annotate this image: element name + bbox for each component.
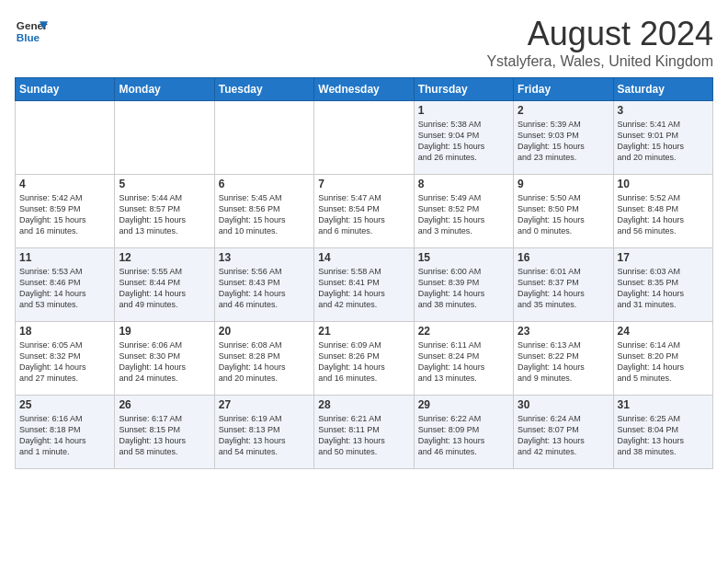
cell-content: Sunrise: 6:05 AM Sunset: 8:32 PM Dayligh… — [19, 339, 110, 385]
cell-content: Sunrise: 5:38 AM Sunset: 9:04 PM Dayligh… — [418, 119, 509, 164]
calendar-cell: 12Sunrise: 5:55 AM Sunset: 8:44 PM Dayli… — [115, 248, 214, 322]
day-number: 3 — [618, 104, 709, 117]
calendar-cell: 23Sunrise: 6:13 AM Sunset: 8:22 PM Dayli… — [514, 322, 613, 396]
day-number: 24 — [618, 325, 709, 338]
calendar-cell: 3Sunrise: 5:41 AM Sunset: 9:01 PM Daylig… — [613, 101, 712, 175]
calendar-cell: 29Sunrise: 6:22 AM Sunset: 8:09 PM Dayli… — [414, 396, 513, 469]
cell-content: Sunrise: 6:24 AM Sunset: 8:07 PM Dayligh… — [518, 413, 609, 458]
calendar-cell: 27Sunrise: 6:19 AM Sunset: 8:13 PM Dayli… — [214, 396, 313, 469]
cell-content: Sunrise: 5:53 AM Sunset: 8:46 PM Dayligh… — [19, 266, 110, 311]
cell-content: Sunrise: 5:52 AM Sunset: 8:48 PM Dayligh… — [618, 192, 709, 237]
day-number: 16 — [518, 251, 609, 264]
day-number: 8 — [418, 178, 509, 190]
title-area: August 2024 Ystalyfera, Wales, United Ki… — [486, 15, 713, 70]
calendar-day-header: Tuesday — [214, 78, 313, 101]
calendar-cell: 10Sunrise: 5:52 AM Sunset: 8:48 PM Dayli… — [613, 175, 712, 248]
calendar-day-header: Friday — [514, 78, 613, 101]
day-number: 20 — [219, 325, 310, 338]
day-number: 23 — [518, 325, 609, 338]
day-number: 21 — [318, 325, 409, 338]
cell-content: Sunrise: 5:55 AM Sunset: 8:44 PM Dayligh… — [119, 266, 210, 311]
cell-content: Sunrise: 5:45 AM Sunset: 8:56 PM Dayligh… — [219, 192, 310, 237]
calendar-cell: 13Sunrise: 5:56 AM Sunset: 8:43 PM Dayli… — [214, 248, 313, 322]
calendar-cell: 11Sunrise: 5:53 AM Sunset: 8:46 PM Dayli… — [16, 248, 115, 322]
cell-content: Sunrise: 6:17 AM Sunset: 8:15 PM Dayligh… — [119, 413, 210, 458]
day-number: 15 — [418, 251, 509, 264]
cell-content: Sunrise: 5:56 AM Sunset: 8:43 PM Dayligh… — [219, 266, 310, 311]
day-number: 26 — [119, 398, 210, 411]
day-number: 14 — [318, 251, 409, 264]
day-number: 27 — [219, 398, 310, 411]
calendar-cell — [314, 101, 414, 175]
calendar-day-header: Saturday — [613, 78, 712, 101]
calendar-day-header: Sunday — [16, 78, 115, 101]
calendar-cell: 9Sunrise: 5:50 AM Sunset: 8:50 PM Daylig… — [514, 175, 613, 248]
calendar-week-row: 4Sunrise: 5:42 AM Sunset: 8:59 PM Daylig… — [16, 175, 713, 248]
calendar-cell: 4Sunrise: 5:42 AM Sunset: 8:59 PM Daylig… — [16, 175, 115, 248]
calendar-cell — [115, 101, 214, 175]
cell-content: Sunrise: 6:25 AM Sunset: 8:04 PM Dayligh… — [618, 413, 709, 458]
cell-content: Sunrise: 5:50 AM Sunset: 8:50 PM Dayligh… — [518, 192, 609, 237]
day-number: 9 — [518, 178, 609, 190]
calendar-cell — [214, 101, 313, 175]
calendar-cell: 5Sunrise: 5:44 AM Sunset: 8:57 PM Daylig… — [115, 175, 214, 248]
day-number: 22 — [418, 325, 509, 338]
calendar-cell: 6Sunrise: 5:45 AM Sunset: 8:56 PM Daylig… — [214, 175, 313, 248]
calendar-header-row: SundayMondayTuesdayWednesdayThursdayFrid… — [16, 78, 713, 101]
cell-content: Sunrise: 5:58 AM Sunset: 8:41 PM Dayligh… — [318, 266, 409, 311]
day-number: 13 — [219, 251, 310, 264]
cell-content: Sunrise: 6:16 AM Sunset: 8:18 PM Dayligh… — [19, 413, 110, 458]
calendar-cell: 7Sunrise: 5:47 AM Sunset: 8:54 PM Daylig… — [314, 175, 414, 248]
calendar-cell: 30Sunrise: 6:24 AM Sunset: 8:07 PM Dayli… — [514, 396, 613, 469]
calendar-day-header: Wednesday — [314, 78, 414, 101]
day-number: 31 — [618, 398, 709, 411]
cell-content: Sunrise: 6:13 AM Sunset: 8:22 PM Dayligh… — [518, 339, 609, 385]
day-number: 17 — [618, 251, 709, 264]
calendar-week-row: 18Sunrise: 6:05 AM Sunset: 8:32 PM Dayli… — [16, 322, 713, 396]
calendar-week-row: 1Sunrise: 5:38 AM Sunset: 9:04 PM Daylig… — [16, 101, 713, 175]
day-number: 30 — [518, 398, 609, 411]
day-number: 7 — [318, 178, 409, 190]
cell-content: Sunrise: 6:22 AM Sunset: 8:09 PM Dayligh… — [418, 413, 509, 458]
day-number: 11 — [19, 251, 110, 264]
logo-icon: General Blue — [15, 15, 48, 48]
calendar-cell: 15Sunrise: 6:00 AM Sunset: 8:39 PM Dayli… — [414, 248, 513, 322]
calendar-cell: 31Sunrise: 6:25 AM Sunset: 8:04 PM Dayli… — [613, 396, 712, 469]
calendar-week-row: 11Sunrise: 5:53 AM Sunset: 8:46 PM Dayli… — [16, 248, 713, 322]
day-number: 10 — [618, 178, 709, 190]
day-number: 12 — [119, 251, 210, 264]
cell-content: Sunrise: 6:19 AM Sunset: 8:13 PM Dayligh… — [219, 413, 310, 458]
cell-content: Sunrise: 6:08 AM Sunset: 8:28 PM Dayligh… — [219, 339, 310, 385]
cell-content: Sunrise: 6:03 AM Sunset: 8:35 PM Dayligh… — [618, 266, 709, 311]
calendar-cell: 16Sunrise: 6:01 AM Sunset: 8:37 PM Dayli… — [514, 248, 613, 322]
day-number: 19 — [119, 325, 210, 338]
cell-content: Sunrise: 6:21 AM Sunset: 8:11 PM Dayligh… — [318, 413, 409, 458]
calendar-day-header: Thursday — [414, 78, 513, 101]
day-number: 25 — [19, 398, 110, 411]
calendar-cell — [16, 101, 115, 175]
page-header: General Blue August 2024 Ystalyfera, Wal… — [15, 15, 713, 70]
day-number: 2 — [518, 104, 609, 117]
month-year-title: August 2024 — [486, 15, 713, 53]
calendar-week-row: 25Sunrise: 6:16 AM Sunset: 8:18 PM Dayli… — [16, 396, 713, 469]
cell-content: Sunrise: 6:06 AM Sunset: 8:30 PM Dayligh… — [119, 339, 210, 385]
calendar-cell: 17Sunrise: 6:03 AM Sunset: 8:35 PM Dayli… — [613, 248, 712, 322]
cell-content: Sunrise: 6:11 AM Sunset: 8:24 PM Dayligh… — [418, 339, 509, 385]
cell-content: Sunrise: 6:14 AM Sunset: 8:20 PM Dayligh… — [618, 339, 709, 385]
cell-content: Sunrise: 5:39 AM Sunset: 9:03 PM Dayligh… — [518, 119, 609, 164]
calendar-cell: 22Sunrise: 6:11 AM Sunset: 8:24 PM Dayli… — [414, 322, 513, 396]
cell-content: Sunrise: 6:00 AM Sunset: 8:39 PM Dayligh… — [418, 266, 509, 311]
cell-content: Sunrise: 5:47 AM Sunset: 8:54 PM Dayligh… — [318, 192, 409, 237]
cell-content: Sunrise: 5:42 AM Sunset: 8:59 PM Dayligh… — [19, 192, 110, 237]
day-number: 5 — [119, 178, 210, 190]
logo: General Blue — [15, 15, 48, 48]
calendar-cell: 26Sunrise: 6:17 AM Sunset: 8:15 PM Dayli… — [115, 396, 214, 469]
calendar-table: SundayMondayTuesdayWednesdayThursdayFrid… — [15, 77, 713, 469]
cell-content: Sunrise: 6:01 AM Sunset: 8:37 PM Dayligh… — [518, 266, 609, 311]
calendar-cell: 24Sunrise: 6:14 AM Sunset: 8:20 PM Dayli… — [613, 322, 712, 396]
calendar-cell: 28Sunrise: 6:21 AM Sunset: 8:11 PM Dayli… — [314, 396, 414, 469]
calendar-cell: 25Sunrise: 6:16 AM Sunset: 8:18 PM Dayli… — [16, 396, 115, 469]
day-number: 6 — [219, 178, 310, 190]
day-number: 1 — [418, 104, 509, 117]
day-number: 4 — [19, 178, 110, 190]
